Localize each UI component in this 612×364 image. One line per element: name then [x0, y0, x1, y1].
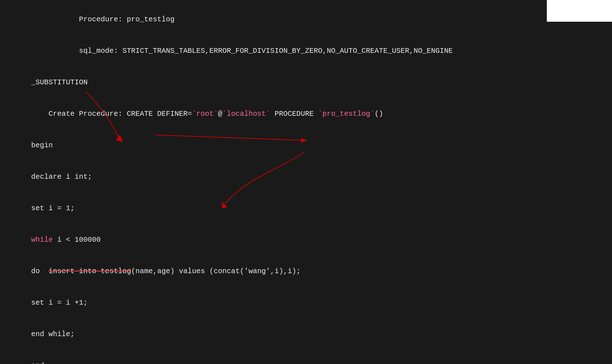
- line-end: end: [5, 350, 607, 364]
- line-sqlmode2: _SUBSTITUTION: [5, 67, 607, 98]
- line-begin: begin: [5, 130, 607, 161]
- line-while: while i < 100000: [5, 224, 607, 255]
- sqlmode-label: sql_mode: STRICT_TRANS_TABLES,ERROR_FOR_…: [31, 47, 453, 55]
- white-box: [547, 0, 612, 22]
- procedure-label: Procedure: pro_testlog: [31, 15, 175, 24]
- line-set2: set i = i +1;: [5, 287, 607, 318]
- line-sqlmode: sql_mode: STRICT_TRANS_TABLES,ERROR_FOR_…: [5, 35, 607, 67]
- line-do-insert: do insert into testlog(name,age) values …: [5, 255, 607, 287]
- line-procedure: Procedure: pro_testlog: [5, 4, 607, 35]
- line-end-while: end while;: [5, 318, 607, 350]
- line-set1: set i = 1;: [5, 192, 607, 224]
- line-create-procedure: Create Procedure: CREATE DEFINER=`root`@…: [5, 98, 607, 130]
- line-declare: declare i int;: [5, 161, 607, 192]
- terminal: Procedure: pro_testlog sql_mode: STRICT_…: [0, 0, 612, 364]
- terminal-output: Procedure: pro_testlog sql_mode: STRICT_…: [5, 4, 607, 364]
